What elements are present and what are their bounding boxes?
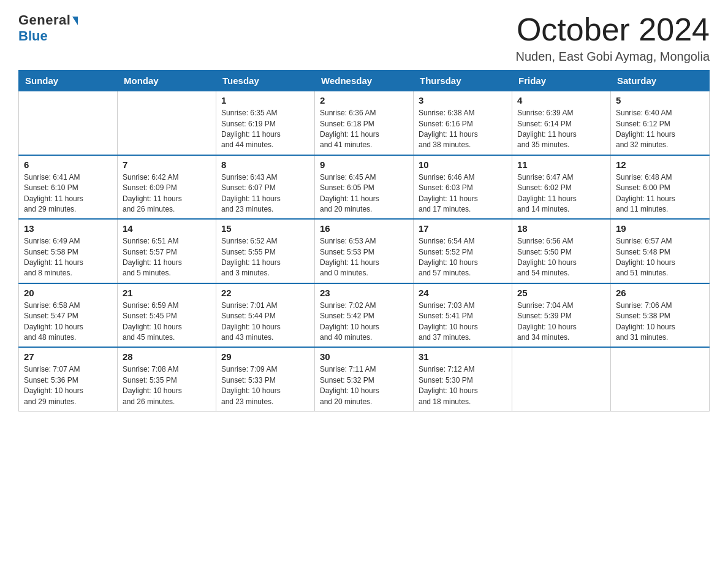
page-header: General Blue October 2024 Nuden, East Go… — [18, 12, 710, 64]
calendar-cell: 23Sunrise: 7:02 AM Sunset: 5:42 PM Dayli… — [315, 283, 414, 348]
day-info: Sunrise: 7:01 AM Sunset: 5:44 PM Dayligh… — [221, 301, 309, 343]
day-number: 8 — [221, 159, 309, 170]
day-info: Sunrise: 6:49 AM Sunset: 5:58 PM Dayligh… — [24, 236, 112, 279]
header-saturday: Saturday — [611, 71, 710, 91]
day-number: 2 — [320, 95, 408, 105]
day-number: 10 — [419, 159, 507, 170]
day-info: Sunrise: 6:40 AM Sunset: 6:12 PM Dayligh… — [616, 108, 704, 151]
calendar-cell: 9Sunrise: 6:45 AM Sunset: 6:05 PM Daylig… — [315, 155, 414, 220]
week-row-2: 6Sunrise: 6:41 AM Sunset: 6:10 PM Daylig… — [19, 155, 710, 220]
calendar-cell — [611, 347, 710, 411]
day-info: Sunrise: 6:48 AM Sunset: 6:00 PM Dayligh… — [616, 172, 704, 215]
calendar-cell: 11Sunrise: 6:47 AM Sunset: 6:02 PM Dayli… — [512, 155, 611, 220]
logo-general: General — [18, 12, 78, 28]
calendar-cell: 15Sunrise: 6:52 AM Sunset: 5:55 PM Dayli… — [216, 219, 315, 283]
day-info: Sunrise: 6:58 AM Sunset: 5:47 PM Dayligh… — [24, 301, 112, 343]
day-info: Sunrise: 6:39 AM Sunset: 6:14 PM Dayligh… — [517, 108, 605, 151]
day-number: 22 — [221, 288, 309, 298]
header-friday: Friday — [512, 71, 611, 91]
day-info: Sunrise: 6:41 AM Sunset: 6:10 PM Dayligh… — [24, 172, 112, 215]
logo: General Blue — [18, 12, 78, 44]
calendar-cell: 1Sunrise: 6:35 AM Sunset: 6:19 PM Daylig… — [216, 91, 315, 155]
week-row-5: 27Sunrise: 7:07 AM Sunset: 5:36 PM Dayli… — [19, 347, 710, 411]
day-info: Sunrise: 7:07 AM Sunset: 5:36 PM Dayligh… — [24, 364, 112, 407]
day-number: 7 — [123, 159, 211, 170]
calendar-cell: 8Sunrise: 6:43 AM Sunset: 6:07 PM Daylig… — [216, 155, 315, 220]
header-monday: Monday — [118, 71, 216, 91]
calendar-cell: 4Sunrise: 6:39 AM Sunset: 6:14 PM Daylig… — [512, 91, 611, 155]
day-number: 1 — [221, 95, 309, 105]
calendar-cell: 2Sunrise: 6:36 AM Sunset: 6:18 PM Daylig… — [315, 91, 414, 155]
day-info: Sunrise: 6:38 AM Sunset: 6:16 PM Dayligh… — [419, 108, 507, 151]
day-number: 6 — [24, 159, 112, 170]
calendar-cell: 3Sunrise: 6:38 AM Sunset: 6:16 PM Daylig… — [414, 91, 512, 155]
day-number: 3 — [419, 95, 507, 105]
header-thursday: Thursday — [414, 71, 512, 91]
calendar-cell: 13Sunrise: 6:49 AM Sunset: 5:58 PM Dayli… — [19, 219, 118, 283]
day-number: 12 — [616, 159, 704, 170]
day-number: 31 — [419, 351, 507, 362]
day-info: Sunrise: 6:56 AM Sunset: 5:50 PM Dayligh… — [517, 236, 605, 279]
day-info: Sunrise: 7:02 AM Sunset: 5:42 PM Dayligh… — [320, 301, 408, 343]
calendar-cell: 29Sunrise: 7:09 AM Sunset: 5:33 PM Dayli… — [216, 347, 315, 411]
day-info: Sunrise: 7:09 AM Sunset: 5:33 PM Dayligh… — [221, 364, 309, 407]
day-number: 28 — [123, 351, 211, 362]
calendar-cell: 31Sunrise: 7:12 AM Sunset: 5:30 PM Dayli… — [414, 347, 512, 411]
day-number: 13 — [24, 223, 112, 234]
calendar-cell: 18Sunrise: 6:56 AM Sunset: 5:50 PM Dayli… — [512, 219, 611, 283]
week-row-3: 13Sunrise: 6:49 AM Sunset: 5:58 PM Dayli… — [19, 219, 710, 283]
week-row-4: 20Sunrise: 6:58 AM Sunset: 5:47 PM Dayli… — [19, 283, 710, 348]
day-number: 21 — [123, 288, 211, 298]
calendar-table: SundayMondayTuesdayWednesdayThursdayFrid… — [18, 70, 710, 412]
calendar-cell: 21Sunrise: 6:59 AM Sunset: 5:45 PM Dayli… — [118, 283, 216, 348]
calendar-cell: 26Sunrise: 7:06 AM Sunset: 5:38 PM Dayli… — [611, 283, 710, 348]
day-info: Sunrise: 6:53 AM Sunset: 5:53 PM Dayligh… — [320, 236, 408, 279]
day-number: 15 — [221, 223, 309, 234]
calendar-cell: 10Sunrise: 6:46 AM Sunset: 6:03 PM Dayli… — [414, 155, 512, 220]
logo-blue: Blue — [18, 28, 48, 44]
day-info: Sunrise: 6:57 AM Sunset: 5:48 PM Dayligh… — [616, 236, 704, 279]
calendar-cell — [118, 91, 216, 155]
day-number: 14 — [123, 223, 211, 234]
day-number: 20 — [24, 288, 112, 298]
calendar-cell: 25Sunrise: 7:04 AM Sunset: 5:39 PM Dayli… — [512, 283, 611, 348]
week-row-1: 1Sunrise: 6:35 AM Sunset: 6:19 PM Daylig… — [19, 91, 710, 155]
day-info: Sunrise: 6:59 AM Sunset: 5:45 PM Dayligh… — [123, 301, 211, 343]
day-number: 25 — [517, 288, 605, 298]
day-info: Sunrise: 6:47 AM Sunset: 6:02 PM Dayligh… — [517, 172, 605, 215]
day-info: Sunrise: 7:11 AM Sunset: 5:32 PM Dayligh… — [320, 364, 408, 407]
day-info: Sunrise: 6:43 AM Sunset: 6:07 PM Dayligh… — [221, 172, 309, 215]
calendar-cell: 7Sunrise: 6:42 AM Sunset: 6:09 PM Daylig… — [118, 155, 216, 220]
calendar-cell — [512, 347, 611, 411]
day-info: Sunrise: 7:04 AM Sunset: 5:39 PM Dayligh… — [517, 301, 605, 343]
location-title: Nuden, East Gobi Aymag, Mongolia — [516, 50, 710, 64]
day-number: 24 — [419, 288, 507, 298]
header-sunday: Sunday — [19, 71, 118, 91]
month-title: October 2024 — [516, 12, 710, 47]
header-tuesday: Tuesday — [216, 71, 315, 91]
day-info: Sunrise: 6:46 AM Sunset: 6:03 PM Dayligh… — [419, 172, 507, 215]
day-number: 4 — [517, 95, 605, 105]
calendar-cell: 28Sunrise: 7:08 AM Sunset: 5:35 PM Dayli… — [118, 347, 216, 411]
day-info: Sunrise: 7:03 AM Sunset: 5:41 PM Dayligh… — [419, 301, 507, 343]
day-info: Sunrise: 6:45 AM Sunset: 6:05 PM Dayligh… — [320, 172, 408, 215]
day-number: 9 — [320, 159, 408, 170]
calendar-cell: 14Sunrise: 6:51 AM Sunset: 5:57 PM Dayli… — [118, 219, 216, 283]
calendar-cell: 30Sunrise: 7:11 AM Sunset: 5:32 PM Dayli… — [315, 347, 414, 411]
calendar-cell: 17Sunrise: 6:54 AM Sunset: 5:52 PM Dayli… — [414, 219, 512, 283]
day-number: 5 — [616, 95, 704, 105]
day-info: Sunrise: 6:35 AM Sunset: 6:19 PM Dayligh… — [221, 108, 309, 151]
day-number: 11 — [517, 159, 605, 170]
day-number: 29 — [221, 351, 309, 362]
day-number: 27 — [24, 351, 112, 362]
day-info: Sunrise: 7:12 AM Sunset: 5:30 PM Dayligh… — [419, 364, 507, 407]
day-info: Sunrise: 7:08 AM Sunset: 5:35 PM Dayligh… — [123, 364, 211, 407]
day-number: 23 — [320, 288, 408, 298]
day-info: Sunrise: 7:06 AM Sunset: 5:38 PM Dayligh… — [616, 301, 704, 343]
day-info: Sunrise: 6:42 AM Sunset: 6:09 PM Dayligh… — [123, 172, 211, 215]
calendar-cell: 24Sunrise: 7:03 AM Sunset: 5:41 PM Dayli… — [414, 283, 512, 348]
calendar-cell — [19, 91, 118, 155]
calendar-header-row: SundayMondayTuesdayWednesdayThursdayFrid… — [19, 71, 710, 91]
day-info: Sunrise: 6:51 AM Sunset: 5:57 PM Dayligh… — [123, 236, 211, 279]
calendar-cell: 6Sunrise: 6:41 AM Sunset: 6:10 PM Daylig… — [19, 155, 118, 220]
